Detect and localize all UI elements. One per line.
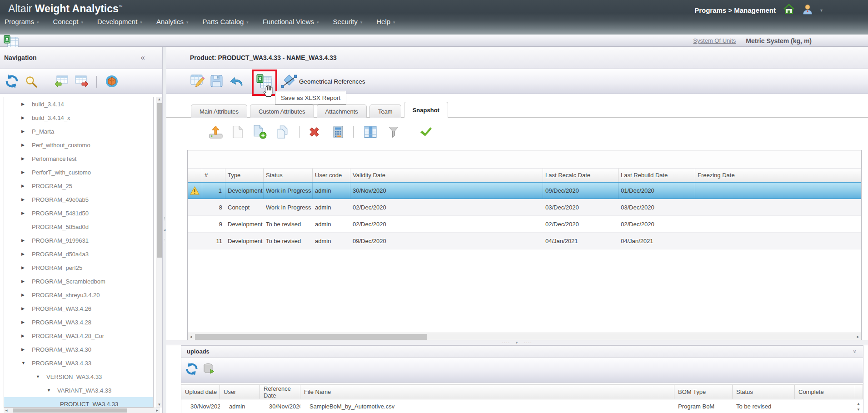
tree-item[interactable]: PROGRAM_perf25 [4,261,153,274]
search-icon[interactable] [25,75,38,90]
tree-item[interactable]: PROGRAM_25 [4,179,153,193]
menu-item[interactable]: Concept ▾ [53,18,83,25]
refresh-icon[interactable] [185,362,199,378]
tree-expander-icon[interactable] [21,320,29,324]
tree-expander-icon[interactable] [21,184,29,188]
system-of-units-link[interactable]: System Of Units [693,37,736,44]
scrollbar-thumb[interactable] [13,408,127,413]
column-header[interactable]: # [202,169,225,182]
column-header[interactable]: User [220,385,260,399]
tree-item[interactable]: PROGRAM_WA3.4.26 [4,302,153,315]
tree-expander-icon[interactable] [21,129,29,134]
menu-item[interactable]: Help ▾ [376,18,395,25]
tab[interactable]: Attachments [317,104,367,118]
splitter-collapse-icon[interactable]: ◂ [164,228,166,232]
tree-item[interactable]: PROGRAM_WA3.4.30 [4,343,153,356]
tab[interactable]: Snapshot [404,102,448,118]
save-icon[interactable] [210,75,223,90]
tree-expander-icon[interactable] [47,388,55,393]
snapshot-table-row[interactable]: 11 Development To be revised admin 09/De… [188,233,861,249]
tree-expander-icon[interactable] [21,211,29,215]
menu-item[interactable]: Development ▾ [97,18,142,25]
refresh-icon[interactable] [5,74,19,90]
uploads-table-row[interactable]: 30/Nov/2020 admin 30/Nov/2020 SampleBoM_… [181,399,863,413]
geometrical-references-icon[interactable] [281,74,297,90]
collapse-panel-icon[interactable]: « [141,53,145,62]
scroll-up-icon[interactable]: ▲ [857,402,860,406]
tree-expander-icon[interactable] [21,361,29,365]
scroll-right-icon[interactable]: ► [155,408,159,413]
column-header[interactable]: Type [225,169,264,182]
tree-item[interactable]: VERSION_WA3.4.33 [4,370,153,383]
collapse-uploads-icon[interactable]: » [852,350,858,353]
column-header[interactable]: Reference Date [260,385,300,399]
column-header[interactable]: User code [313,169,350,182]
tree-item[interactable]: PROGRAM_5481d50 [4,206,153,220]
scrollbar-thumb[interactable] [195,334,427,340]
tree-item[interactable]: build_3.4.14 [4,97,153,111]
scroll-left-icon[interactable]: ◄ [189,335,193,339]
column-header[interactable]: Complete [795,385,855,399]
tab[interactable]: Custom Attributes [250,104,314,118]
delete-icon[interactable] [308,126,320,138]
tree-expander-icon[interactable] [21,333,29,338]
scroll-right-icon[interactable]: ► [856,335,860,339]
tree-expander-icon[interactable] [21,156,29,161]
tree-expander-icon[interactable] [21,115,29,120]
column-header[interactable]: Upload date [181,385,220,399]
menu-item[interactable]: Parts Catalog ▾ [202,18,248,25]
column-header[interactable]: Last Rebuild Date [619,169,695,182]
3d-view-icon[interactable] [105,75,118,90]
navigation-vertical-scrollbar[interactable]: ▲ ▼ [156,97,162,408]
filter-icon[interactable] [389,126,399,138]
tree-item[interactable]: PROGRAM_Scrambledbom [4,274,153,288]
tree-item[interactable]: PROGRAM_9199631 [4,234,153,247]
tree-item[interactable]: P_Marta [4,124,153,138]
tree-item[interactable]: Perf_without_customo [4,138,153,152]
tree-item[interactable]: PROGRAM_WA3.4.33 [4,356,153,370]
menu-item[interactable]: Security ▾ [333,18,363,25]
scroll-left-icon[interactable]: ◄ [5,408,8,413]
user-icon[interactable] [802,4,813,16]
tree-expander-icon[interactable] [21,197,29,202]
tree-expander-icon[interactable] [21,293,29,297]
column-header[interactable]: Status [264,169,313,182]
uploads-vertical-scrollbar[interactable]: ▲ ▼ [855,400,862,412]
menu-item[interactable]: Programs ▾ [5,18,39,25]
user-menu-caret-icon[interactable]: ▾ [820,8,823,13]
tree-item[interactable]: build_3.4.14_x [4,111,153,124]
tree-item[interactable]: VARIANT_WA3.4.33 [4,383,153,397]
add-document-icon[interactable] [253,125,267,139]
column-header[interactable]: File Name [300,385,674,399]
new-document-icon[interactable] [232,125,244,139]
scroll-up-icon[interactable]: ▲ [156,97,162,102]
tree-expander-icon[interactable] [21,238,29,243]
snapshot-table-row[interactable]: 8 Concept Work in Progress admin 02/Dec/… [188,199,861,216]
tree-item[interactable]: PerformanceTest [4,152,153,165]
panel-splitter[interactable]: ⁞ ◂ ⁞ [163,47,166,413]
tree-expander-icon[interactable] [21,265,29,270]
tree-expander-icon[interactable] [21,143,29,147]
import-table-icon[interactable] [55,75,68,90]
export-data-icon[interactable] [203,363,215,377]
tree-item[interactable]: PROGRAM_WA3.4.28 [4,315,153,329]
tree-item[interactable]: PROGRAM_WA3.4.28_Cor [4,329,153,343]
tree-expander-icon[interactable] [21,279,29,284]
uploads-splitter[interactable]: ∙∙∙∙ ▾ ∙∙∙∙ [166,340,868,345]
tree-expander-icon[interactable] [21,252,29,256]
tree-expander-icon[interactable] [21,347,29,352]
splitter-collapse-icon[interactable]: ▾ [516,341,519,345]
tree-expander-icon[interactable] [21,102,29,106]
calculate-icon[interactable] [332,125,344,139]
tree-item[interactable]: PRODUCT_WA3.4.33 [4,397,153,408]
tree-expander-icon[interactable] [21,170,29,174]
copy-document-icon[interactable] [275,125,289,139]
export-table-icon[interactable] [75,75,89,90]
tree-item[interactable]: PROGRAM_shreyu3.4.20 [4,288,153,302]
menu-item[interactable]: Analytics ▾ [156,18,189,25]
upload-icon[interactable] [208,124,224,139]
tree-expander-icon[interactable] [36,374,44,379]
snapshot-table-row[interactable]: 9 Development To be revised admin 02/Dec… [188,216,861,233]
scroll-down-icon[interactable]: ▼ [857,408,860,412]
tree-expander-icon[interactable] [21,306,29,311]
